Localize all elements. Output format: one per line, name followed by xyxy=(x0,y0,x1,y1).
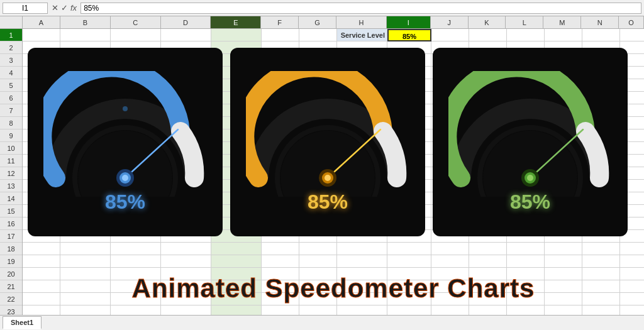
cancel-icon[interactable]: ✕ xyxy=(52,3,58,13)
cell-G23[interactable] xyxy=(299,305,337,315)
cell-M23[interactable] xyxy=(545,305,582,315)
row-num-5: 5 xyxy=(0,79,22,92)
cell-L23[interactable] xyxy=(507,305,545,315)
cell-B19[interactable] xyxy=(60,255,111,268)
cell-L19[interactable] xyxy=(507,255,545,268)
cell-O1[interactable] xyxy=(620,29,644,41)
col-header-N[interactable]: N xyxy=(581,16,619,28)
col-header-O[interactable]: O xyxy=(619,16,644,28)
cell-G18[interactable] xyxy=(299,243,337,255)
name-box[interactable] xyxy=(3,3,48,14)
cell-B18[interactable] xyxy=(60,243,111,255)
grid-row-18 xyxy=(23,243,644,255)
cell-F18[interactable] xyxy=(262,243,299,255)
cell-K19[interactable] xyxy=(469,255,507,268)
cell-E18[interactable] xyxy=(211,243,262,255)
svg-point-18 xyxy=(527,175,533,181)
cell-I23[interactable] xyxy=(387,305,431,315)
formula-bar: ✕ ✓ fx xyxy=(0,0,644,16)
cell-E19[interactable] xyxy=(211,255,262,268)
row-num-9: 9 xyxy=(0,129,22,142)
cell-I18[interactable] xyxy=(387,243,431,255)
col-header-C[interactable]: C xyxy=(111,16,161,28)
cell-H23[interactable] xyxy=(337,305,387,315)
cell-J18[interactable] xyxy=(431,243,469,255)
cell-O23[interactable] xyxy=(620,305,644,315)
cell-C18[interactable] xyxy=(111,243,161,255)
cell-D19[interactable] xyxy=(161,255,211,268)
cell-D18[interactable] xyxy=(161,243,211,255)
cell-H1[interactable]: Service Level xyxy=(337,29,387,41)
col-header-I[interactable]: I xyxy=(387,16,431,28)
cell-A19[interactable] xyxy=(23,255,60,268)
cell-L1[interactable] xyxy=(507,29,545,41)
cell-K1[interactable] xyxy=(469,29,507,41)
cell-O18[interactable] xyxy=(620,243,644,255)
col-header-L[interactable]: L xyxy=(506,16,543,28)
cell-F1[interactable] xyxy=(262,29,299,41)
cell-E23[interactable] xyxy=(211,305,262,315)
cell-C1[interactable] xyxy=(111,29,161,41)
cell-G1[interactable] xyxy=(299,29,337,41)
sheet-area: A B C D E F G H I J K L M N O 1234567891… xyxy=(0,16,644,315)
cell-B1[interactable] xyxy=(60,29,111,41)
cell-H18[interactable] xyxy=(337,243,387,255)
cell-C19[interactable] xyxy=(111,255,161,268)
cell-M18[interactable] xyxy=(545,243,582,255)
cell-D1[interactable] xyxy=(161,29,211,41)
cell-J23[interactable] xyxy=(431,305,469,315)
speedometer-gold: 85% xyxy=(230,48,425,236)
sheet-tab-1[interactable]: Sheet1 xyxy=(3,316,42,329)
col-header-F[interactable]: F xyxy=(261,16,299,28)
col-header-M[interactable]: M xyxy=(543,16,581,28)
row-num-20: 20 xyxy=(0,268,22,280)
cell-J1[interactable] xyxy=(431,29,469,41)
grid-row-1: Service Level85% xyxy=(23,29,644,41)
col-header-J[interactable]: J xyxy=(431,16,469,28)
col-header-K[interactable]: K xyxy=(469,16,506,28)
speedometer-green: 85% xyxy=(433,48,628,236)
cell-A23[interactable] xyxy=(23,305,60,315)
row-num-15: 15 xyxy=(0,205,22,217)
formula-input[interactable] xyxy=(80,3,641,14)
cell-K18[interactable] xyxy=(469,243,507,255)
cell-L18[interactable] xyxy=(507,243,545,255)
cell-A1[interactable] xyxy=(23,29,60,41)
cell-J19[interactable] xyxy=(431,255,469,268)
cell-A18[interactable] xyxy=(23,243,60,255)
svg-point-5 xyxy=(122,175,128,181)
cell-M1[interactable] xyxy=(545,29,582,41)
cell-E1[interactable] xyxy=(211,29,262,41)
cell-F19[interactable] xyxy=(262,255,299,268)
cell-I19[interactable] xyxy=(387,255,431,268)
confirm-icon[interactable]: ✓ xyxy=(61,3,68,13)
col-header-B[interactable]: B xyxy=(60,16,111,28)
cell-M19[interactable] xyxy=(545,255,582,268)
col-header-H[interactable]: H xyxy=(336,16,387,28)
cell-N23[interactable] xyxy=(582,305,620,315)
cell-D23[interactable] xyxy=(161,305,211,315)
cell-H19[interactable] xyxy=(337,255,387,268)
col-header-D[interactable]: D xyxy=(161,16,211,28)
fx-icon[interactable]: fx xyxy=(70,3,77,13)
cell-N19[interactable] xyxy=(582,255,620,268)
row-num-13: 13 xyxy=(0,180,22,192)
cell-N1[interactable] xyxy=(582,29,620,41)
cell-K23[interactable] xyxy=(469,305,507,315)
cell-B23[interactable] xyxy=(60,305,111,315)
row-num-6: 6 xyxy=(0,92,22,104)
col-header-E[interactable]: E xyxy=(211,16,261,28)
cell-O19[interactable] xyxy=(620,255,644,268)
formula-icons: ✕ ✓ fx xyxy=(49,3,79,13)
cell-F23[interactable] xyxy=(262,305,299,315)
row-num-10: 10 xyxy=(0,142,22,155)
grid-body: 1234567891011121314151617181920212223 Se… xyxy=(0,29,644,315)
row-num-14: 14 xyxy=(0,192,22,205)
grid-row-19 xyxy=(23,255,644,268)
cell-C23[interactable] xyxy=(111,305,161,315)
cell-G19[interactable] xyxy=(299,255,337,268)
cell-I1[interactable]: 85% xyxy=(387,29,431,41)
cell-N18[interactable] xyxy=(582,243,620,255)
col-header-A[interactable]: A xyxy=(23,16,60,28)
col-header-G[interactable]: G xyxy=(299,16,336,28)
